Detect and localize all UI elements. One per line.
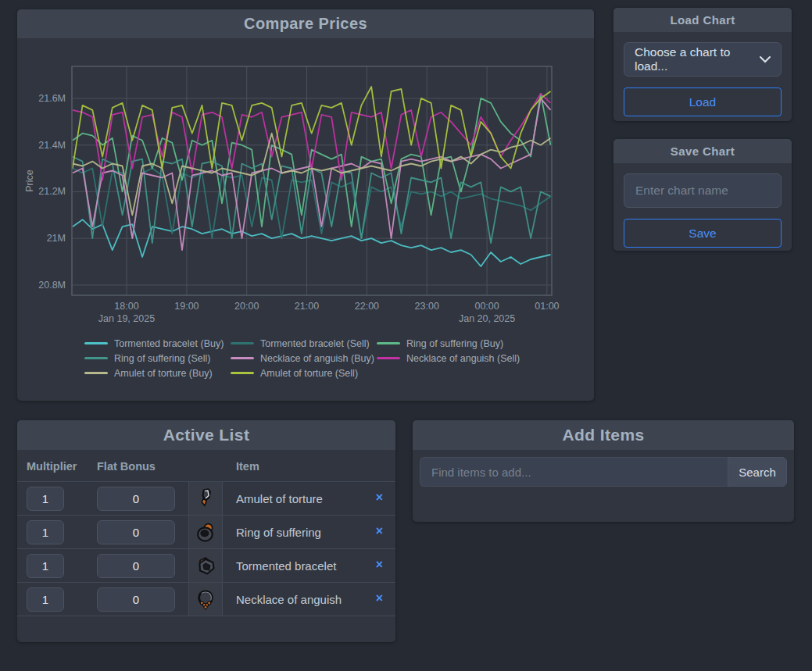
item-name: Tormented bracelet: [236, 559, 336, 573]
svg-text:20.8M: 20.8M: [38, 280, 66, 291]
active-list-title: Active List: [17, 420, 395, 450]
load-button[interactable]: Load: [624, 87, 782, 116]
legend-line-swatch: [231, 357, 254, 359]
svg-text:Price: Price: [24, 170, 35, 192]
flat-bonus-input[interactable]: [97, 587, 175, 612]
search-button[interactable]: Search: [728, 457, 787, 487]
legend-item[interactable]: Amulet of torture (Buy): [84, 366, 231, 380]
load-chart-select-value: Choose a chart to load...: [635, 45, 760, 73]
legend-item[interactable]: Tormented bracelet (Buy): [84, 336, 231, 351]
legend-item[interactable]: Tormented bracelet (Sell): [231, 336, 377, 351]
multiplier-input[interactable]: [27, 587, 64, 612]
load-chart-panel: Load Chart Choose a chart to load... Loa…: [613, 8, 792, 121]
item-name: Amulet of torture: [236, 492, 323, 505]
search-input[interactable]: [420, 457, 728, 487]
add-items-title: Add Items: [413, 420, 794, 450]
multiplier-input[interactable]: [27, 520, 64, 544]
legend-line-swatch: [84, 342, 108, 344]
item-name: Necklace of anguish: [236, 593, 342, 606]
flat-bonus-input[interactable]: [97, 554, 175, 578]
chart-legend: Tormented bracelet (Buy)Tormented bracel…: [84, 336, 527, 380]
table-row: Necklace of anguish ×: [17, 582, 395, 616]
legend-item[interactable]: Necklace of anguish (Sell): [377, 351, 523, 366]
column-header-flat-bonus: Flat Bonus: [97, 460, 156, 473]
legend-line-swatch: [377, 342, 400, 344]
legend-item[interactable]: Ring of suffering (Sell): [84, 351, 231, 366]
table-row: Tormented bracelet ×: [17, 548, 395, 582]
legend-label: Ring of suffering (Sell): [114, 353, 210, 364]
legend-line-swatch: [84, 372, 108, 374]
remove-item-button[interactable]: ×: [376, 559, 383, 571]
save-button[interactable]: Save: [624, 219, 782, 248]
legend-item[interactable]: Necklace of anguish (Buy): [231, 351, 377, 366]
legend-line-swatch: [377, 357, 400, 359]
save-chart-title: Save Chart: [613, 139, 792, 163]
compare-prices-panel: Compare Prices 21.6M21.4M21.2M21M20.8M18…: [17, 9, 594, 401]
legend-label: Tormented bracelet (Sell): [260, 338, 370, 349]
legend-line-swatch: [231, 372, 254, 374]
remove-item-button[interactable]: ×: [376, 592, 383, 605]
svg-text:Jan 20, 2025: Jan 20, 2025: [459, 313, 515, 324]
tormented-bracelet-icon: [188, 549, 223, 582]
svg-text:21.6M: 21.6M: [38, 93, 66, 104]
price-chart-canvas[interactable]: 21.6M21.4M21.2M21M20.8M18:0019:0020:0021…: [17, 56, 577, 334]
legend-label: Ring of suffering (Buy): [406, 338, 503, 349]
chart-name-input[interactable]: [624, 173, 782, 208]
legend-label: Amulet of torture (Sell): [260, 368, 358, 379]
remove-item-button[interactable]: ×: [376, 491, 383, 504]
multiplier-input[interactable]: [27, 487, 64, 511]
load-chart-select[interactable]: Choose a chart to load...: [624, 42, 782, 77]
svg-text:21M: 21M: [47, 233, 66, 244]
flat-bonus-input[interactable]: [97, 487, 175, 511]
legend-label: Necklace of anguish (Buy): [260, 353, 374, 364]
svg-text:20:00: 20:00: [234, 301, 259, 312]
chevron-down-icon: [760, 52, 771, 66]
save-chart-panel: Save Chart Save: [613, 139, 792, 251]
active-list-column-headers: Multiplier Flat Bonus Item: [17, 450, 395, 481]
multiplier-input[interactable]: [27, 554, 64, 578]
ring-of-suffering-icon: [188, 516, 223, 548]
svg-text:00:00: 00:00: [474, 301, 499, 312]
legend-label: Amulet of torture (Buy): [114, 368, 213, 379]
svg-text:22:00: 22:00: [355, 301, 379, 312]
compare-prices-title: Compare Prices: [17, 9, 594, 38]
legend-line-swatch: [84, 357, 108, 359]
table-row: Ring of suffering ×: [17, 515, 395, 548]
amulet-of-torture-icon: [188, 482, 223, 515]
svg-text:19:00: 19:00: [174, 301, 199, 312]
svg-text:21.4M: 21.4M: [38, 140, 66, 151]
legend-label: Necklace of anguish (Sell): [406, 353, 520, 364]
flat-bonus-input[interactable]: [97, 520, 175, 544]
column-header-multiplier: Multiplier: [27, 460, 77, 473]
svg-text:23:00: 23:00: [415, 301, 439, 312]
legend-item[interactable]: Ring of suffering (Buy): [377, 336, 523, 351]
svg-text:21:00: 21:00: [295, 301, 319, 312]
svg-text:Jan 19, 2025: Jan 19, 2025: [98, 313, 155, 324]
necklace-of-anguish-icon: [188, 583, 223, 616]
legend-line-swatch: [231, 342, 254, 344]
svg-text:21.2M: 21.2M: [38, 186, 66, 197]
active-list-panel: Active List Multiplier Flat Bonus Item A…: [17, 420, 395, 642]
svg-text:01:00: 01:00: [535, 301, 559, 312]
legend-item[interactable]: Amulet of torture (Sell): [231, 366, 377, 380]
svg-text:18:00: 18:00: [114, 301, 138, 312]
add-items-panel: Add Items Search: [413, 420, 794, 522]
legend-label: Tormented bracelet (Buy): [114, 338, 224, 349]
active-list-rows: Amulet of torture × Ring of suffering × …: [17, 481, 395, 616]
remove-item-button[interactable]: ×: [376, 525, 383, 537]
load-chart-title: Load Chart: [613, 8, 792, 32]
column-header-item: Item: [236, 460, 259, 473]
item-name: Ring of suffering: [236, 526, 321, 539]
table-row: Amulet of torture ×: [17, 481, 395, 515]
